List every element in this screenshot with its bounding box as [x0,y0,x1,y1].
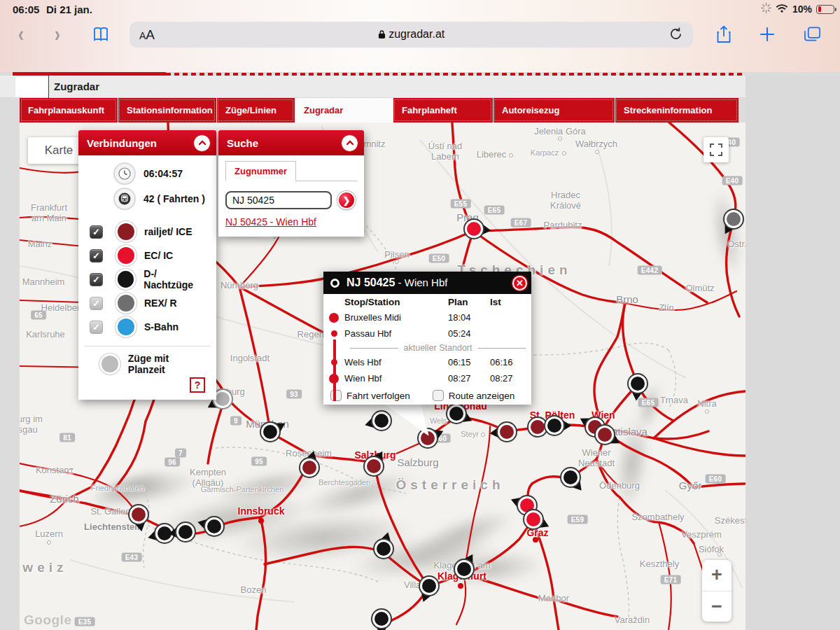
direction-pointer [375,626,388,630]
direction-pointer [480,223,492,237]
current-time-row: 06:04:57 [87,164,208,183]
map-label: Veszprém [681,530,722,540]
zoom-in-button[interactable]: + [702,560,732,592]
fullscreen-button[interactable] [704,137,729,162]
train-marker-nz[interactable] [372,412,391,430]
town-dot [595,150,599,154]
site-logo [15,77,48,97]
map-label: Wiener Neustadt [578,448,615,469]
zoom-out-button[interactable]: − [702,592,732,622]
map-zoom-control: + − [702,560,732,622]
filter-checkbox[interactable]: ✓ [90,297,103,310]
map-label: Brno [616,293,638,305]
map-label: Schweiz [20,560,67,575]
safari-toolbar: ‹ › AA zugradar.at [0,19,840,49]
direction-pointer [561,419,572,432]
filter-checkbox[interactable]: ✓ [90,249,103,262]
nav-tab-fahrplanheft[interactable]: Fahrplanheft [393,98,493,122]
forward-button[interactable]: › [46,23,69,46]
train-marker-nz[interactable] [447,405,465,423]
popup-column-headers: Stop/StationPlanIst [323,294,531,309]
train-marker-rj[interactable] [419,429,437,447]
train-marker-nz[interactable] [176,523,195,541]
search-result-link[interactable]: NJ 50425 - Wien Hbf [225,216,316,227]
nav-tab-fahrplanauskunft[interactable]: Fahrplanauskunft [20,98,118,122]
map-label: Steyr [461,430,479,439]
town-dot [705,410,709,414]
map-label: Zürich [50,493,79,505]
timeline-dot [329,313,339,323]
route-timeline [333,340,336,401]
train-marker-nz[interactable] [261,423,279,441]
share-icon[interactable] [713,23,735,46]
plan-time: 05:24 [448,328,490,339]
tabs-icon[interactable] [801,23,823,46]
trip-count-row: 42 ( Fahrten ) [87,189,208,209]
map-label: Karlsruhe [26,330,65,340]
train-marker-rj[interactable] [528,418,547,436]
map-label: Karpacz [531,148,559,158]
train-number-input[interactable] [225,191,332,209]
map-label: Friedrichshafen [91,484,144,493]
train-marker-rj[interactable] [300,458,318,477]
page-title: Zugradar [54,80,99,92]
train-marker-rj[interactable] [130,505,148,524]
nav-tab-stationsinformation[interactable]: Stationsinformation [118,98,216,122]
lock-icon [378,29,386,39]
tab-zugnummer[interactable]: Zugnummer [225,161,296,181]
map-label: Nürnberg [220,281,258,291]
train-marker-nz[interactable] [455,560,473,578]
verbindungen-header: Verbindungen [78,130,216,155]
route-anzeigen-checkbox[interactable] [433,390,444,401]
town-dot [395,260,399,264]
google-watermark: Google [24,612,71,628]
train-icon [115,189,134,209]
train-marker-nz[interactable] [205,517,223,536]
train-marker-nz[interactable] [420,577,438,595]
train-marker-rj[interactable] [498,423,516,441]
address-bar[interactable]: AA zugradar.at [130,22,693,48]
train-marker-rex[interactable] [724,210,743,228]
filter-checkbox[interactable]: ✓ [90,273,103,286]
filter-row: ✓D-/ Nachtzüge [87,267,208,291]
station-dot [458,583,463,589]
verbindungen-collapse-button[interactable] [193,134,211,152]
train-marker-nz[interactable] [561,468,580,486]
nav-tab-autoreisezug[interactable]: Autoreisezug [493,98,615,122]
road-badge: E43 [122,553,142,562]
close-icon[interactable]: ✕ [512,276,527,290]
plan-time: 08:27 [448,373,490,384]
fahrt-verfolgen-checkbox[interactable] [330,390,342,401]
bookmarks-icon[interactable] [90,23,112,46]
train-marker-nz[interactable] [372,610,391,628]
road-badge: E67 [511,218,531,227]
search-submit-button[interactable]: ❯ [337,191,356,209]
clock-icon [115,164,134,183]
map-label: St. Gallen [90,507,130,517]
nav-tab-z-ge-linien[interactable]: Züge/Linien [216,98,295,122]
train-marker-nz[interactable] [629,374,647,393]
popup-title: NJ 50425 - Wien Hbf [346,276,447,289]
url-text: zugradar.at [388,28,444,40]
help-button[interactable]: ? [190,377,205,393]
train-marker-nz[interactable] [545,416,564,435]
new-tab-icon[interactable] [756,23,778,46]
back-button[interactable]: ‹ [10,23,32,46]
train-marker-ec[interactable] [524,510,542,528]
nav-tab-streckeninformation[interactable]: Streckeninformation [615,98,738,122]
suche-collapse-button[interactable] [341,134,358,152]
filter-row: ✓S-Bahn [87,315,208,339]
map-label: Ingolstadt [230,354,270,364]
map-label: Salzburg [397,456,438,468]
reload-icon[interactable] [668,27,683,44]
nav-tab-zugradar[interactable]: Zugradar [295,98,393,122]
filter-checkbox[interactable]: ✓ [90,225,103,239]
status-date: Di 21 jan. [46,4,92,15]
filter-checkbox[interactable]: ✓ [90,321,103,334]
train-marker-nz[interactable] [374,540,393,558]
train-marker-ec[interactable] [465,220,483,238]
train-marker-rj[interactable] [596,426,614,444]
stop-row: Bruxelles Midi18:04 [323,309,531,326]
road-badge: 7 [175,449,186,458]
train-marker-rj[interactable] [365,457,383,475]
